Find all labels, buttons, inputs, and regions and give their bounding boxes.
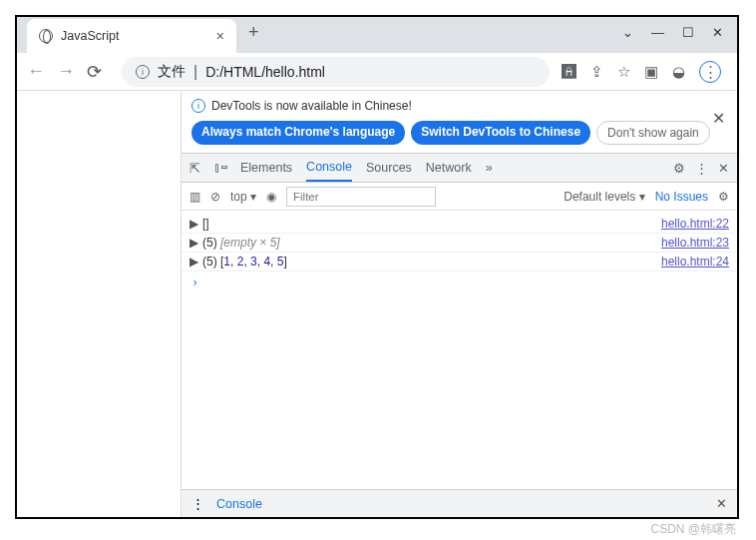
switch-chinese-button[interactable]: Switch DevTools to Chinese — [411, 121, 590, 145]
source-link[interactable]: hello.html:22 — [661, 217, 729, 231]
reload-button[interactable]: ⟳ — [87, 61, 102, 83]
url-file-label: 文件 — [158, 63, 186, 81]
translate-icon[interactable]: 🅰 — [562, 63, 576, 80]
expand-icon[interactable]: ▶ — [189, 255, 198, 269]
log-levels-selector[interactable]: Default levels ▾ — [564, 190, 644, 204]
menu-button[interactable]: ⋮ — [699, 61, 721, 83]
info-icon: i — [191, 99, 205, 113]
tab-console[interactable]: Console — [306, 154, 352, 182]
devtools-panel: i DevTools is now available in Chinese! … — [182, 91, 737, 517]
kebab-icon[interactable]: ⋮ — [695, 161, 708, 176]
page-content — [17, 91, 182, 517]
panel-icon[interactable]: ▣ — [644, 63, 658, 81]
settings-icon[interactable]: ⚙ — [673, 161, 685, 176]
console-row[interactable]: ▶ (5) [1, 2, 3, 4, 5] hello.html:24 — [182, 253, 737, 271]
tab-title: JavaScript — [61, 29, 208, 43]
close-banner-button[interactable]: ✕ — [712, 109, 725, 128]
close-drawer-button[interactable]: ✕ — [716, 496, 727, 511]
device-icon[interactable]: ⫿▭ — [214, 161, 226, 175]
browser-tab[interactable]: JavaScript × — [27, 19, 236, 53]
live-expression-icon[interactable]: ◉ — [266, 190, 276, 204]
url-path: D:/HTML/hello.html — [205, 64, 325, 80]
console-row[interactable]: ▶ [] hello.html:22 — [182, 215, 737, 234]
console-prompt[interactable]: › — [182, 271, 737, 293]
inspect-icon[interactable]: ⇱ — [189, 161, 200, 176]
info-icon[interactable]: i — [136, 65, 150, 79]
title-bar: ⌄ — ☐ ✕ JavaScript × + — [17, 17, 737, 53]
profile-icon[interactable]: ◒ — [672, 63, 685, 81]
dont-show-button[interactable]: Don't show again — [596, 121, 710, 145]
expand-icon[interactable]: ▶ — [189, 217, 198, 231]
source-link[interactable]: hello.html:24 — [661, 255, 729, 269]
drawer-menu-icon[interactable]: ⋮ — [191, 496, 204, 511]
log-content: [] — [202, 217, 661, 231]
match-language-button[interactable]: Always match Chrome's language — [191, 121, 405, 145]
filter-input[interactable] — [286, 187, 436, 207]
source-link[interactable]: hello.html:23 — [661, 236, 729, 250]
url-field[interactable]: i 文件 | D:/HTML/hello.html — [122, 57, 550, 87]
address-bar: ← → ⟳ i 文件 | D:/HTML/hello.html 🅰 ⇪ ☆ ▣ … — [17, 53, 737, 91]
language-banner: i DevTools is now available in Chinese! … — [182, 91, 737, 153]
maximize-button[interactable]: ☐ — [682, 25, 694, 40]
drawer-console-tab[interactable]: Console — [216, 497, 262, 511]
watermark: CSDN @韩曙亮 — [650, 521, 736, 538]
forward-button[interactable]: → — [57, 61, 75, 82]
minimize-button[interactable]: — — [651, 25, 664, 40]
tab-network[interactable]: Network — [426, 155, 472, 181]
clear-console-button[interactable]: ⊘ — [210, 190, 220, 204]
more-tabs-button[interactable]: » — [486, 155, 493, 181]
back-button[interactable]: ← — [27, 61, 45, 82]
context-selector[interactable]: top ▾ — [230, 190, 256, 204]
dropdown-icon[interactable]: ⌄ — [622, 25, 633, 40]
log-content: (5) [empty × 5] — [202, 236, 661, 250]
close-tab-button[interactable]: × — [216, 28, 224, 44]
close-devtools-button[interactable]: ✕ — [718, 161, 729, 176]
console-output: ▶ [] hello.html:22 ▶ (5) [empty × 5] hel… — [182, 211, 737, 489]
tab-elements[interactable]: Elements — [240, 155, 292, 181]
close-window-button[interactable]: ✕ — [712, 25, 723, 40]
drawer-bar: ⋮ Console ✕ — [182, 489, 737, 517]
expand-icon[interactable]: ▶ — [189, 236, 198, 250]
bookmark-icon[interactable]: ☆ — [617, 63, 630, 81]
log-content: (5) [1, 2, 3, 4, 5] — [202, 255, 661, 269]
banner-message: DevTools is now available in Chinese! — [211, 99, 412, 113]
no-issues-label[interactable]: No Issues — [655, 190, 708, 204]
console-toolbar: ▥ ⊘ top ▾ ◉ Default levels ▾ No Issues ⚙ — [182, 183, 737, 211]
new-tab-button[interactable]: + — [248, 22, 259, 43]
sidebar-toggle-icon[interactable]: ▥ — [189, 190, 200, 204]
console-row[interactable]: ▶ (5) [empty × 5] hello.html:23 — [182, 234, 737, 253]
settings-icon[interactable]: ⚙ — [718, 190, 729, 204]
devtools-tabs: ⇱ ⫿▭ Elements Console Sources Network » … — [182, 153, 737, 183]
globe-icon — [39, 29, 53, 43]
tab-sources[interactable]: Sources — [366, 155, 412, 181]
share-icon[interactable]: ⇪ — [590, 63, 603, 81]
